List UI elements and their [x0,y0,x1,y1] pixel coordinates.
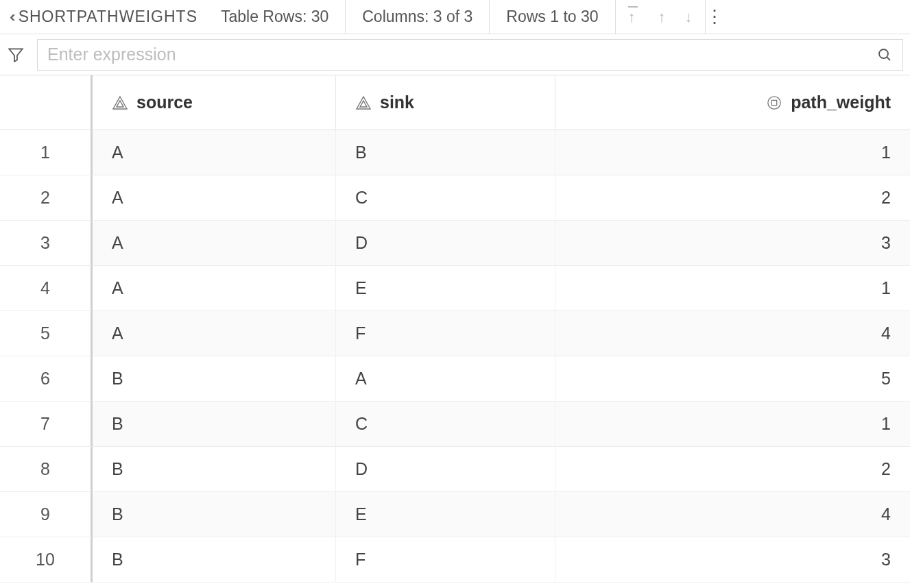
header-sink[interactable]: sink [336,75,555,130]
filter-input[interactable] [47,45,876,64]
data-grid: source sink path_weight 1AB12AC23AD34AE1… [0,75,910,583]
header-source-label: source [136,93,193,112]
cell-source[interactable]: B [93,356,336,402]
cell-path-weight[interactable]: 1 [555,266,910,311]
table-title: SHORTPATHWEIGHTS [19,8,197,26]
go-up-icon[interactable]: ↑ [658,8,666,26]
cell-sink[interactable]: D [336,447,555,492]
cell-path-weight[interactable]: 3 [555,221,910,266]
svg-point-0 [879,49,888,58]
cell-path-weight[interactable]: 1 [555,402,910,447]
cell-source[interactable]: B [93,447,336,492]
column-count-label: Columns: 3 of 3 [346,8,489,26]
cell-source[interactable]: A [93,221,336,266]
row-number[interactable]: 2 [0,175,93,221]
cell-source[interactable]: B [93,537,336,583]
text-type-icon [355,95,372,110]
cell-path-weight[interactable]: 4 [555,311,910,356]
header-path-weight-label: path_weight [791,93,891,112]
row-count-label: Table Rows: 30 [221,8,345,26]
cell-sink[interactable]: E [336,492,555,537]
go-first-icon[interactable] [628,8,639,26]
svg-line-1 [887,57,890,60]
cell-source[interactable]: B [93,492,336,537]
cell-sink[interactable]: D [336,221,555,266]
row-number[interactable]: 9 [0,492,93,537]
cell-sink[interactable]: C [336,402,555,447]
cell-source[interactable]: A [93,266,336,311]
header-sink-label: sink [380,93,414,112]
row-range-label: Rows 1 to 30 [490,8,614,26]
go-down-icon[interactable]: ↓ [685,8,693,26]
cell-sink[interactable]: E [336,266,555,311]
nav-icons: ↑ ↓ [616,8,705,26]
cell-source[interactable]: B [93,402,336,447]
toolbar: ‹‹ SHORTPATHWEIGHTS Table Rows: 30 Colum… [0,0,910,34]
cell-sink[interactable]: F [336,311,555,356]
row-number[interactable]: 4 [0,266,93,311]
cell-source[interactable]: A [93,130,336,175]
row-number[interactable]: 6 [0,356,93,402]
row-number[interactable]: 8 [0,447,93,492]
header-rownum [0,75,93,130]
number-type-icon [766,95,782,110]
cell-path-weight[interactable]: 1 [555,130,910,175]
header-source[interactable]: source [93,75,336,130]
text-type-icon [112,95,128,110]
cell-path-weight[interactable]: 4 [555,492,910,537]
row-number[interactable]: 10 [0,537,93,583]
cell-sink[interactable]: F [336,537,555,583]
back-icon[interactable]: ‹‹ [10,8,12,26]
cell-sink[interactable]: A [336,356,555,402]
cell-source[interactable]: A [93,311,336,356]
row-number[interactable]: 5 [0,311,93,356]
filter-bar [0,34,910,75]
more-menu-icon[interactable]: ⋮ [706,6,730,27]
cell-path-weight[interactable]: 2 [555,447,910,492]
svg-point-2 [768,96,780,108]
filter-input-wrap [37,39,903,71]
cell-source[interactable]: A [93,175,336,221]
row-number[interactable]: 3 [0,221,93,266]
row-number[interactable]: 7 [0,402,93,447]
filter-icon[interactable] [7,46,25,64]
cell-path-weight[interactable]: 2 [555,175,910,221]
cell-path-weight[interactable]: 3 [555,537,910,583]
search-icon[interactable] [876,47,893,63]
cell-path-weight[interactable]: 5 [555,356,910,402]
cell-sink[interactable]: C [336,175,555,221]
header-path-weight[interactable]: path_weight [555,75,910,130]
cell-sink[interactable]: B [336,130,555,175]
row-number[interactable]: 1 [0,130,93,175]
